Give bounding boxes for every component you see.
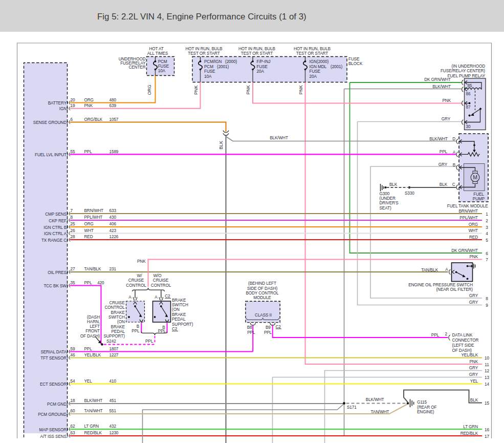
svg-text:TEST OR START: TEST OR START <box>188 51 220 56</box>
svg-text:PNK: PNK <box>246 85 251 94</box>
svg-text:HOT IN RUN, BULB: HOT IN RUN, BULB <box>238 47 276 51</box>
svg-text:PNK: PNK <box>442 98 451 103</box>
svg-text:GRY: GRY <box>439 162 448 167</box>
svg-text:D: D <box>452 137 455 141</box>
svg-text:PPL: PPL <box>84 281 93 285</box>
svg-text:PCM GND: PCM GND <box>47 402 67 407</box>
svg-text:1: 1 <box>486 212 488 217</box>
svg-text:MODULE: MODULE <box>253 296 271 300</box>
svg-text:(BEHIND LEFT: (BEHIND LEFT <box>248 281 276 286</box>
svg-text:CONTROL: CONTROL <box>151 283 171 288</box>
svg-text:BRAKE: BRAKE <box>111 310 125 315</box>
svg-text:1807: 1807 <box>109 347 119 351</box>
svg-text:27: 27 <box>71 267 75 271</box>
svg-text:SUPPORT): SUPPORT) <box>103 334 125 339</box>
svg-text:GRY: GRY <box>442 117 451 121</box>
svg-text:TX RANGE C: TX RANGE C <box>41 238 67 243</box>
svg-text:BODY CONTROL: BODY CONTROL <box>246 291 279 296</box>
svg-text:IGN: IGN <box>310 59 317 64</box>
svg-text:10: 10 <box>485 356 489 361</box>
svg-text:PCM: PCM <box>204 65 213 69</box>
svg-text:6: 6 <box>486 251 488 256</box>
svg-text:SIDE OF DASH): SIDE OF DASH) <box>247 286 278 291</box>
svg-text:1230: 1230 <box>109 431 119 435</box>
svg-text:(UNDER: (UNDER <box>380 196 396 201</box>
svg-text:451: 451 <box>109 398 117 403</box>
svg-text:FUEL TANK MODULE: FUEL TANK MODULE <box>447 204 488 208</box>
svg-text:8: 8 <box>486 297 488 301</box>
svg-text:FUSE/RELAY CENTER): FUSE/RELAY CENTER) <box>441 69 485 73</box>
svg-text:A: A <box>155 295 158 300</box>
svg-text:(2000): (2000) <box>225 59 237 64</box>
svg-text:M: M <box>473 174 477 180</box>
svg-text:423: 423 <box>109 228 117 233</box>
svg-text:BLK/WHT: BLK/WHT <box>429 137 448 141</box>
svg-text:20: 20 <box>71 98 75 102</box>
svg-text:CONTROL: CONTROL <box>126 283 146 288</box>
svg-text:PNK: PNK <box>137 259 146 264</box>
svg-text:HARN,: HARN, <box>87 320 100 324</box>
svg-text:PPL: PPL <box>84 150 93 154</box>
svg-text:LT GRN: LT GRN <box>463 425 478 429</box>
svg-text:RED/BLK: RED/BLK <box>84 431 102 435</box>
svg-text:A: A <box>453 150 456 155</box>
svg-text:HOT AT: HOT AT <box>149 47 163 51</box>
svg-text:DRIVER'S: DRIVER'S <box>380 201 399 205</box>
svg-text:BATTERY: BATTERY <box>48 101 67 106</box>
svg-text:10A: 10A <box>158 69 166 73</box>
svg-text:ORG: ORG <box>84 98 94 102</box>
svg-text:20A: 20A <box>310 74 317 79</box>
svg-text:RED/BLK: RED/BLK <box>461 431 478 436</box>
svg-text:IGN: IGN <box>59 107 67 111</box>
svg-text:46: 46 <box>71 353 75 357</box>
svg-text:S171: S171 <box>347 405 357 410</box>
svg-text:87: 87 <box>466 105 471 110</box>
svg-text:ORG: ORG <box>147 85 152 95</box>
svg-text:Fig 5: 2.2L VIN 4, Engine Perf: Fig 5: 2.2L VIN 4, Engine Performance Ci… <box>97 12 306 22</box>
svg-text:B: B <box>137 324 140 329</box>
svg-text:G115: G115 <box>417 400 427 405</box>
svg-text:551: 551 <box>109 409 117 413</box>
svg-text:C: C <box>452 182 455 187</box>
svg-text:19: 19 <box>71 103 75 108</box>
svg-text:B: B <box>453 163 456 167</box>
svg-text:2: 2 <box>486 219 488 223</box>
svg-text:ENGINE OIL PRESSURE SWITCH: ENGINE OIL PRESSURE SWITCH <box>408 283 473 287</box>
svg-text:GRY: GRY <box>469 366 478 370</box>
svg-text:BRN/WHT: BRN/WHT <box>84 208 104 213</box>
svg-text:15: 15 <box>485 401 489 406</box>
svg-text:5: 5 <box>486 238 488 243</box>
svg-text:PPL: PPL <box>431 333 440 337</box>
svg-text:S242: S242 <box>106 339 116 344</box>
svg-text:480: 480 <box>109 98 117 102</box>
svg-text:HOT IN RUN, BULB: HOT IN RUN, BULB <box>294 47 331 51</box>
svg-text:63: 63 <box>71 431 75 435</box>
svg-text:TEST OR START: TEST OR START <box>296 51 328 56</box>
svg-text:4: 4 <box>486 231 488 236</box>
svg-text:7: 7 <box>71 208 73 213</box>
svg-text:ORG: ORG <box>84 222 94 226</box>
svg-text:DATA LINK: DATA LINK <box>452 333 473 337</box>
svg-text:FUSE: FUSE <box>310 69 321 74</box>
svg-text:PCM: PCM <box>158 59 167 64</box>
svg-text:A: A <box>445 267 448 272</box>
svg-text:(NEAR OIL FILTER): (NEAR OIL FILTER) <box>436 287 473 292</box>
svg-text:BRAKE: BRAKE <box>111 325 125 329</box>
svg-text:SENSE GROUND: SENSE GROUND <box>33 120 67 125</box>
svg-text:OIL PRES: OIL PRES <box>48 270 67 275</box>
svg-text:1057: 1057 <box>109 117 119 122</box>
svg-text:BLK/WHT: BLK/WHT <box>366 397 384 402</box>
svg-text:(REAR OF: (REAR OF <box>417 405 436 410</box>
svg-text:DK GRN/WHT: DK GRN/WHT <box>424 77 451 82</box>
svg-text:25: 25 <box>71 222 75 226</box>
svg-text:12: 12 <box>485 369 489 373</box>
svg-text:IGN MDL: IGN MDL <box>310 65 327 69</box>
svg-text:PPL: PPL <box>158 329 166 333</box>
svg-text:6: 6 <box>71 117 73 122</box>
svg-text:ORG/BLK: ORG/BLK <box>84 117 103 122</box>
svg-text:ALL TIMES: ALL TIMES <box>147 51 168 56</box>
svg-text:TAN/WHT: TAN/WHT <box>371 410 389 414</box>
svg-text:CLASS II: CLASS II <box>255 313 272 318</box>
svg-text:CRUISE: CRUISE <box>153 278 169 283</box>
svg-text:PCM GROUND: PCM GROUND <box>38 412 67 417</box>
